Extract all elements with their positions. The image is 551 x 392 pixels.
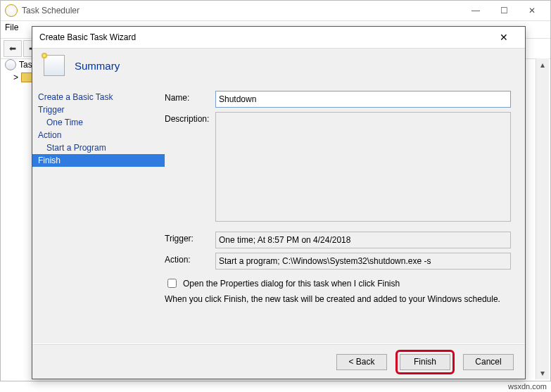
open-properties-label: Open the Properties dialog for this task… xyxy=(183,279,400,289)
app-clock-icon xyxy=(5,4,18,17)
cancel-button[interactable]: Cancel xyxy=(463,354,514,370)
summary-form: Name: Description: Trigger: Action: xyxy=(165,91,525,343)
tree-root-label: Tas xyxy=(19,60,32,70)
wizard-steps: Create a Basic Task Trigger One Time Act… xyxy=(32,91,165,343)
scroll-down-icon[interactable]: ▾ xyxy=(540,367,545,379)
wizard-info-text: When you click Finish, the new task will… xyxy=(165,294,511,304)
step-create-basic-task[interactable]: Create a Basic Task xyxy=(32,91,165,103)
wizard-footer: < Back Finish Cancel xyxy=(32,344,525,379)
wizard-close-button[interactable]: ✕ xyxy=(490,29,518,46)
nav-back-button[interactable]: ⬅ xyxy=(4,40,22,57)
wizard-clock-icon xyxy=(44,55,65,76)
name-input[interactable] xyxy=(215,91,511,108)
step-finish[interactable]: Finish xyxy=(32,154,165,167)
scroll-up-icon[interactable]: ▴ xyxy=(540,58,545,71)
menu-file[interactable]: File xyxy=(5,23,18,32)
wizard-title: Create Basic Task Wizard xyxy=(39,32,136,42)
clock-icon xyxy=(5,59,16,70)
label-action: Action: xyxy=(165,253,215,265)
right-scrollbar[interactable]: ▴ ▾ xyxy=(536,58,549,379)
finish-highlight: Finish xyxy=(395,350,455,374)
label-description: Description: xyxy=(165,112,215,124)
wizard-body: Summary Create a Basic Task Trigger One … xyxy=(32,48,525,343)
step-action[interactable]: Action xyxy=(32,129,165,141)
wizard-header-title: Summary xyxy=(75,60,120,72)
folder-icon xyxy=(21,72,32,82)
watermark: wsxdn.com xyxy=(508,382,547,391)
step-action-start-program[interactable]: Start a Program xyxy=(32,141,165,154)
tree-expand-icon: > xyxy=(13,72,18,82)
action-value xyxy=(215,253,511,270)
finish-button[interactable]: Finish xyxy=(400,354,450,370)
trigger-value xyxy=(215,232,511,248)
step-trigger-one-time[interactable]: One Time xyxy=(32,116,165,129)
maximize-button[interactable]: ☐ xyxy=(490,3,518,18)
wizard-title-bar: Create Basic Task Wizard ✕ xyxy=(32,27,525,48)
close-button[interactable]: ✕ xyxy=(518,3,546,18)
minimize-button[interactable]: — xyxy=(462,3,490,18)
open-properties-checkbox[interactable] xyxy=(167,279,177,288)
label-name: Name: xyxy=(165,91,215,103)
label-trigger: Trigger: xyxy=(165,232,215,244)
wizard-header: Summary xyxy=(32,49,525,82)
description-textarea[interactable] xyxy=(215,112,511,222)
window-title: Task Scheduler xyxy=(22,6,80,15)
back-button[interactable]: < Back xyxy=(336,354,387,370)
create-basic-task-wizard: Create Basic Task Wizard ✕ Summary Creat… xyxy=(32,26,526,379)
title-bar: Task Scheduler — ☐ ✕ xyxy=(1,1,550,21)
step-trigger[interactable]: Trigger xyxy=(32,103,165,116)
